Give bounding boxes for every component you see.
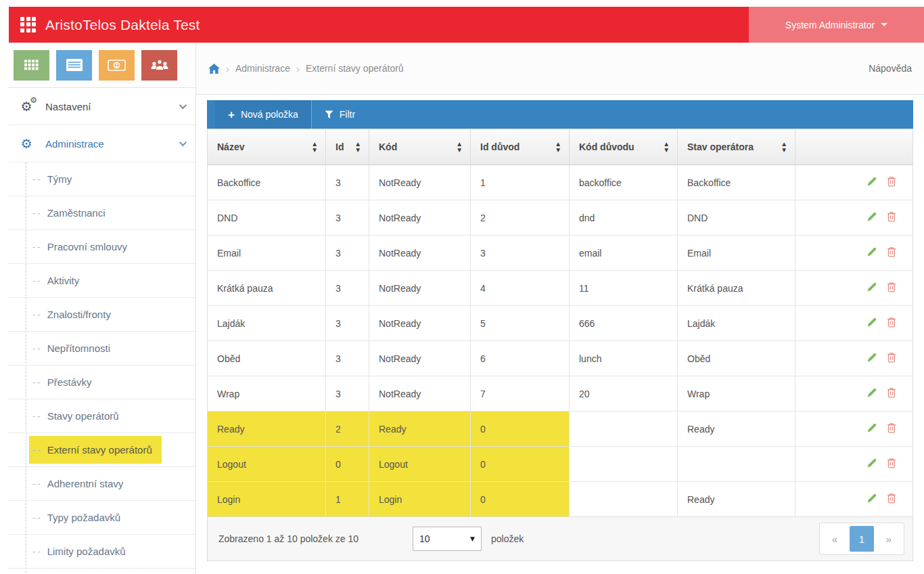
sidebar-item-label: Typy požadavků bbox=[47, 512, 120, 523]
list-app-button[interactable] bbox=[56, 50, 92, 81]
table-cell: Ready bbox=[369, 412, 471, 447]
edit-button[interactable] bbox=[867, 422, 877, 435]
users-group-icon bbox=[151, 59, 168, 72]
column-header[interactable]: Kód▲▼ bbox=[369, 129, 471, 165]
delete-button[interactable] bbox=[887, 493, 896, 506]
tree-dash: -- bbox=[32, 275, 43, 286]
data-table: Název▲▼Id▲▼Kód▲▼Id důvod▲▼Kód důvodu▲▼St… bbox=[207, 129, 913, 517]
sort-icon[interactable]: ▲▼ bbox=[782, 141, 786, 152]
table-row: Wrap3NotReady720Wrap bbox=[208, 376, 913, 412]
sidebar-item-nep-tomnosti[interactable]: --Nepřítomnosti bbox=[9, 332, 195, 366]
sort-icon[interactable]: ▲▼ bbox=[457, 141, 461, 152]
table-cell: 3 bbox=[326, 376, 369, 412]
delete-button[interactable] bbox=[887, 211, 896, 224]
sidebar-item-extern-stavy-oper-tor-[interactable]: --Externí stavy operátorů bbox=[9, 433, 195, 467]
page-size-value: 10 bbox=[419, 533, 430, 544]
edit-button[interactable] bbox=[867, 352, 877, 365]
sidebar-item-label: Stavy operátorů bbox=[47, 410, 119, 422]
table-cell: Ready bbox=[678, 482, 795, 517]
page-size-select[interactable]: 10 ▼ bbox=[413, 527, 482, 551]
breadcrumb-item-administrace[interactable]: Administrace bbox=[235, 63, 290, 74]
delete-button[interactable] bbox=[887, 458, 896, 470]
edit-button[interactable] bbox=[867, 176, 877, 189]
table-cell bbox=[570, 412, 678, 447]
delete-button[interactable] bbox=[887, 176, 896, 189]
edit-button[interactable] bbox=[867, 246, 877, 259]
help-link[interactable]: Nápověda bbox=[869, 63, 912, 74]
users-app-button[interactable] bbox=[141, 50, 177, 81]
table-row: Lajdák3NotReady5666Lajdák bbox=[208, 306, 913, 341]
sidebar-item-limity-po-adavk-[interactable]: --Limity požadavků bbox=[9, 535, 195, 569]
table-cell: Lajdák bbox=[678, 306, 795, 341]
table-cell: 2 bbox=[471, 200, 570, 236]
table-cell: 3 bbox=[326, 165, 369, 200]
top-header-bar: AristoTelos Daktela Test System Administ… bbox=[9, 7, 924, 43]
tree-dash: -- bbox=[32, 512, 43, 523]
sort-icon[interactable]: ▲▼ bbox=[356, 141, 360, 152]
table-row: Logout0Logout0 bbox=[208, 447, 913, 482]
new-item-label: Nová položka bbox=[241, 109, 298, 120]
sidebar-item-stavy-oper-tor-[interactable]: --Stavy operátorů bbox=[9, 399, 195, 433]
sidebar-item-znalosti-fronty[interactable]: --Znalosti/fronty bbox=[9, 298, 195, 332]
banknote-icon bbox=[108, 60, 126, 71]
edit-button[interactable] bbox=[867, 282, 877, 294]
table-cell: DND bbox=[678, 200, 795, 236]
row-actions bbox=[795, 447, 913, 482]
edit-button[interactable] bbox=[867, 493, 877, 506]
user-menu-dropdown[interactable]: System Administrator bbox=[749, 7, 924, 43]
gears-icon: ⚙⚙ bbox=[16, 99, 37, 114]
table-cell: Ready bbox=[208, 412, 326, 447]
prev-page-button[interactable]: « bbox=[823, 526, 847, 552]
sidebar-item-pracovn-smlouvy[interactable]: --Pracovní smlouvy bbox=[9, 230, 195, 264]
column-header[interactable]: Název▲▼ bbox=[208, 129, 326, 165]
trash-icon bbox=[887, 493, 896, 504]
grid-app-button[interactable] bbox=[14, 50, 49, 81]
sort-icon[interactable]: ▲▼ bbox=[313, 141, 317, 152]
column-header[interactable]: Id▲▼ bbox=[326, 129, 369, 165]
next-page-button[interactable]: » bbox=[877, 526, 901, 552]
sidebar-group-nastaveni[interactable]: ⚙⚙ Nastavení bbox=[9, 88, 195, 125]
edit-button[interactable] bbox=[867, 211, 877, 224]
column-header[interactable]: Stav operátora▲▼ bbox=[678, 129, 795, 165]
edit-button[interactable] bbox=[867, 458, 877, 470]
column-header-label: Stav operátora bbox=[687, 141, 754, 152]
sidebar-item-aktivity[interactable]: --Aktivity bbox=[9, 264, 195, 298]
sidebar-item-typy-po-adavk-[interactable]: --Typy požadavků bbox=[9, 501, 195, 535]
sort-icon[interactable]: ▲▼ bbox=[556, 141, 560, 152]
table-cell: Backoffice bbox=[678, 165, 795, 200]
delete-button[interactable] bbox=[887, 317, 896, 330]
trash-icon bbox=[887, 458, 896, 468]
table-cell: Lajdák bbox=[208, 306, 326, 341]
sidebar-item-label: Znalosti/fronty bbox=[47, 309, 111, 320]
filter-button[interactable]: Filtr bbox=[312, 100, 368, 129]
delete-button[interactable] bbox=[887, 246, 896, 259]
table-cell: 2 bbox=[326, 412, 369, 447]
sidebar-group-administrace[interactable]: ⚙ Administrace bbox=[9, 125, 195, 162]
tree-dash: -- bbox=[32, 309, 43, 319]
chevron-down-icon bbox=[179, 139, 187, 146]
page-1-button[interactable]: 1 bbox=[850, 526, 874, 552]
delete-button[interactable] bbox=[887, 422, 896, 435]
column-header[interactable]: Id důvod▲▼ bbox=[471, 129, 570, 165]
delete-button[interactable] bbox=[887, 387, 896, 400]
breadcrumb-separator: › bbox=[296, 63, 300, 74]
delete-button[interactable] bbox=[887, 352, 896, 365]
sidebar-item-p-est-vky[interactable]: --Přestávky bbox=[9, 366, 195, 399]
row-actions bbox=[795, 236, 913, 271]
sidebar-item-adherentn-stavy[interactable]: --Adherentní stavy bbox=[9, 467, 195, 501]
sidebar-item-t-my[interactable]: --Týmy bbox=[9, 162, 195, 196]
tree-dash: -- bbox=[32, 343, 43, 353]
edit-button[interactable] bbox=[867, 387, 877, 400]
home-icon[interactable] bbox=[208, 64, 220, 74]
table-cell: DND bbox=[208, 200, 326, 236]
new-item-button[interactable]: + Nová položka bbox=[215, 100, 312, 129]
sidebar-item-zam-stnanci[interactable]: --Zaměstnanci bbox=[9, 196, 195, 230]
delete-button[interactable] bbox=[887, 282, 896, 294]
app-launcher bbox=[9, 43, 196, 88]
table-cell bbox=[570, 447, 678, 482]
sidebar-item-label: Aktivity bbox=[47, 275, 80, 286]
money-app-button[interactable] bbox=[99, 50, 135, 81]
column-header[interactable]: Kód důvodu▲▼ bbox=[570, 129, 678, 165]
sort-icon[interactable]: ▲▼ bbox=[664, 141, 668, 152]
edit-button[interactable] bbox=[867, 317, 877, 330]
